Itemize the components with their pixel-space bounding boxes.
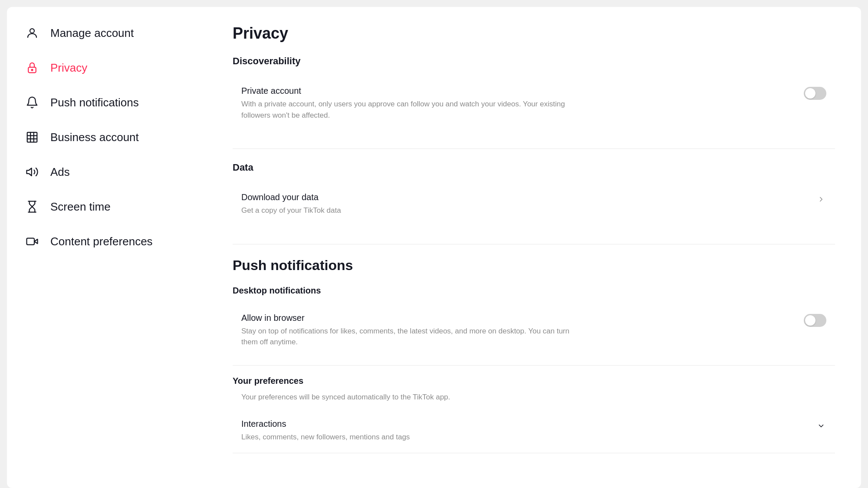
download-data-setting[interactable]: Download your data Get a copy of your Ti… [233,182,835,227]
page-title: Privacy [233,24,835,43]
section-divider-2 [233,244,835,244]
private-account-text: Private account With a private account, … [241,86,571,121]
your-preferences-subsection: Your preferences Your preferences will b… [233,376,835,454]
video-icon [24,234,40,249]
section-divider-3 [233,365,835,366]
section-divider [233,148,835,149]
your-preferences-desc: Your preferences will be synced automati… [233,393,835,402]
chevron-right-icon [816,194,826,204]
sidebar-item-manage-account[interactable]: Manage account [7,16,207,50]
bell-icon [24,95,40,110]
private-account-label: Private account [241,86,571,96]
data-section: Data Download your data Get a copy of yo… [233,162,835,227]
allow-in-browser-label: Allow in browser [241,313,571,323]
megaphone-icon [24,164,40,180]
sidebar-item-push-notifications[interactable]: Push notifications [7,85,207,120]
interactions-label: Interactions [241,419,410,429]
private-account-toggle[interactable] [804,87,826,100]
desktop-notifications-subsection: Desktop notifications Allow in browser S… [233,286,835,358]
sidebar-item-label: Push notifications [50,96,139,109]
svg-point-2 [32,69,33,71]
main-content: Privacy Discoverability Private account … [207,7,861,488]
sidebar-item-label: Privacy [50,61,87,75]
allow-in-browser-toggle[interactable] [804,314,826,327]
push-notifications-section: Push notifications Desktop notifications… [233,257,835,454]
svg-rect-3 [27,132,37,142]
sidebar-item-label: Business account [50,131,139,144]
allow-in-browser-text: Allow in browser Stay on top of notifica… [241,313,571,348]
sidebar-item-label: Screen time [50,200,111,214]
allow-in-browser-desc: Stay on top of notifications for likes, … [241,326,571,348]
discoverability-section: Discoverability Private account With a p… [233,56,835,131]
interactions-desc: Likes, comments, new followers, mentions… [241,432,410,443]
desktop-notifications-title: Desktop notifications [233,286,835,296]
person-icon [24,25,40,41]
data-section-title: Data [233,162,835,173]
sidebar-item-label: Manage account [50,26,134,40]
allow-in-browser-setting: Allow in browser Stay on top of notifica… [233,303,835,358]
sidebar-item-privacy[interactable]: Privacy [7,50,207,85]
download-data-desc: Get a copy of your TikTok data [241,205,341,216]
sidebar-item-business-account[interactable]: Business account [7,120,207,155]
download-data-label: Download your data [241,192,341,202]
download-data-text: Download your data Get a copy of your Ti… [241,192,341,216]
sidebar: Manage account Privacy Push notification… [7,7,207,488]
building-icon [24,129,40,145]
svg-point-0 [30,29,34,33]
hourglass-icon [24,199,40,214]
sidebar-item-ads[interactable]: Ads [7,155,207,189]
svg-rect-9 [27,238,35,245]
push-notifications-title: Push notifications [233,257,835,274]
sidebar-item-screen-time[interactable]: Screen time [7,189,207,224]
interactions-text: Interactions Likes, comments, new follow… [241,419,410,443]
chevron-down-icon [816,421,826,431]
sidebar-item-label: Ads [50,165,70,179]
private-account-setting: Private account With a private account, … [233,76,835,131]
interactions-setting[interactable]: Interactions Likes, comments, new follow… [233,409,835,454]
svg-marker-8 [27,168,32,176]
sidebar-item-content-preferences[interactable]: Content preferences [7,224,207,259]
lock-icon [24,60,40,76]
discoverability-section-title: Discoverability [233,56,835,67]
your-preferences-title: Your preferences [233,376,835,386]
private-account-desc: With a private account, only users you a… [241,99,571,121]
sidebar-item-label: Content preferences [50,235,153,248]
